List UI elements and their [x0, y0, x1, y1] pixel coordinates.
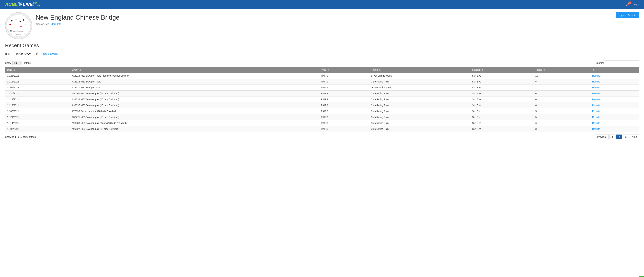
results-link[interactable]: Results — [592, 86, 600, 89]
results-link[interactable]: Results — [592, 116, 600, 118]
entries-select[interactable]: 10 25 50 100 — [12, 61, 22, 65]
results-link[interactable]: Results — [592, 110, 600, 113]
cell-action[interactable]: Results — [590, 114, 639, 120]
col-event[interactable]: Event ⇅ — [70, 67, 319, 73]
date-input[interactable] — [14, 51, 41, 57]
svg-text:♣: ♣ — [15, 17, 17, 20]
live-logo-text: LIVE — [23, 2, 33, 7]
table-row: 12/05/2021 #76933 Pairs open pair (18 br… — [5, 108, 639, 114]
cell-rating: Club Rating Point — [369, 91, 470, 96]
more-info-link[interactable]: (More Info) — [50, 22, 62, 25]
results-link[interactable]: Results — [592, 98, 600, 101]
cell-type: PAIRS — [319, 91, 369, 96]
cell-date: 12/12/2021 — [5, 102, 70, 108]
table-row: 01/09/2022 #13110 NECBA Open Pair PAIRS … — [5, 85, 639, 91]
results-link[interactable]: Results — [592, 104, 600, 107]
cell-event: #76933 Pairs open pair (18 brds 7min/brd… — [70, 108, 319, 114]
cell-event: #32638 NECBA open pair (18 brds 7min/brd… — [70, 96, 319, 102]
cell-date: 11/07/2021 — [5, 126, 70, 132]
cell-date: 11/14/2021 — [5, 120, 70, 126]
col-actions: ⇅ — [590, 67, 639, 73]
club-city: Weston, MA — [36, 22, 49, 25]
results-link[interactable]: Results — [592, 122, 600, 124]
cell-event: #13118 NECBA Open Pairs — [70, 79, 319, 85]
table-controls: Show 10 25 50 100 entries Search: — [5, 60, 639, 65]
cell-action[interactable]: Results — [590, 96, 639, 102]
cell-type: PAIRS — [319, 126, 369, 132]
cell-event: #13110 NECBA Open Pair — [70, 85, 319, 91]
cell-action[interactable]: Results — [590, 102, 639, 108]
cell-tables: 6 — [534, 91, 590, 96]
cell-date: 12/05/2021 — [5, 108, 70, 114]
cell-action[interactable]: Results — [590, 91, 639, 96]
pagination-controls: Previous 1 2 3 Next — [595, 135, 639, 139]
cell-tables: 6 — [534, 102, 590, 108]
show-entries-control: Show 10 25 50 100 entries — [5, 61, 30, 65]
table-row: 11/07/2021 #99927 NECBA open pair (18 br… — [5, 126, 639, 132]
cell-rating: Silver Linings Week — [369, 73, 470, 79]
results-link[interactable]: Results — [592, 92, 600, 95]
cell-session: Sun Eve — [470, 91, 534, 96]
search-input[interactable] — [605, 60, 639, 65]
cell-session: Sun Eve — [470, 85, 534, 91]
table-row: 11/14/2021 #99933 NECBA open pair blk pt… — [5, 120, 639, 126]
wifi-icon: 📡 — [18, 2, 22, 6]
cell-tables: 10 — [534, 73, 590, 79]
reset-search-button[interactable]: Reset Search — [43, 52, 58, 55]
main-content: ♠ ♣ ♠ ♣ ♥ ♦ ♦ ♥ ♠ ♣ ♠ 新英格兰华人桥牌协会 New Eng… — [0, 9, 644, 143]
previous-button[interactable]: Previous — [595, 135, 609, 139]
cell-rating: Club Rating Point — [369, 79, 470, 85]
col-session[interactable]: Session ⇅ — [470, 67, 534, 73]
cell-tables: 5 — [534, 108, 590, 114]
login-favorite-button[interactable]: Login to Favorite — [616, 12, 639, 18]
cell-date: 01/16/2022 — [5, 79, 70, 85]
table-row: 01/23/2022 #13216 NECBA Open Pairs (doub… — [5, 73, 639, 79]
cell-action[interactable]: Results — [590, 85, 639, 91]
cell-action[interactable]: Results — [590, 120, 639, 126]
page-1-button[interactable]: 1 — [609, 135, 616, 139]
svg-text:Association: Association — [16, 34, 21, 35]
cell-action[interactable]: Results — [590, 126, 639, 132]
col-type[interactable]: Type ⇅ — [319, 67, 369, 73]
for-clubs-text: FOR CLUBS — [33, 2, 40, 7]
club-header: ♠ ♣ ♠ ♣ ♥ ♦ ♦ ♥ ♠ ♣ ♠ 新英格兰华人桥牌协会 New Eng… — [5, 12, 639, 39]
table-header-row: Date ⇅ Event ⇅ Type ⇅ Rating ⇅ Session ⇅… — [5, 67, 639, 73]
date-filter: Date: Reset Search — [5, 51, 639, 57]
col-date[interactable]: Date ⇅ — [5, 67, 70, 73]
results-link[interactable]: Results — [592, 80, 600, 83]
showing-info: Showing 1 to 10 of 25 entries — [5, 136, 36, 138]
cell-action[interactable]: Results — [590, 108, 639, 114]
cell-type: PAIRS — [319, 108, 369, 114]
next-button[interactable]: Next — [630, 135, 639, 139]
cell-event: #99927 NECBA open pair (18 brds 7min/brd… — [70, 126, 319, 132]
cell-date: 01/23/2022 — [5, 73, 70, 79]
table-row: 11/21/2021 #36771 NECBA open pair (18 br… — [5, 114, 639, 120]
acbl-logo-text: ACBL — [5, 2, 18, 7]
cell-type: PAIRS — [319, 73, 369, 79]
cell-type: PAIRS — [319, 120, 369, 126]
login-link[interactable]: Login — [633, 3, 639, 6]
cell-type: PAIRS — [319, 79, 369, 85]
results-link[interactable]: Results — [592, 128, 600, 130]
cell-event: #36771 NECBA open pair (18 brds 7min/brd… — [70, 114, 319, 120]
col-tables[interactable]: Tables ⇅ — [534, 67, 590, 73]
search-area: Search: — [596, 60, 639, 65]
cell-action[interactable]: Results — [590, 79, 639, 85]
cell-rating: Online Junior Fund — [369, 85, 470, 91]
svg-text:♠: ♠ — [10, 29, 12, 32]
cell-session: Sun Eve — [470, 79, 534, 85]
svg-text:♦: ♦ — [24, 23, 26, 25]
cell-type: PAIRS — [319, 85, 369, 91]
cell-session: Sun Eve — [470, 126, 534, 132]
results-link[interactable]: Results — [592, 74, 600, 77]
cell-action[interactable]: Results — [590, 73, 639, 79]
cell-event: #90201 NECBA open pair (18 brds 7min/brd… — [70, 91, 319, 96]
notification-badge: 2 — [628, 1, 632, 4]
cell-event: #32637 NECBA open pair (18 brds 7min/brd… — [70, 102, 319, 108]
notification-bell[interactable]: 📣 2 — [626, 2, 630, 6]
cell-rating: Club Rating Point — [369, 114, 470, 120]
page-2-button[interactable]: 2 — [616, 135, 622, 139]
page-3-button[interactable]: 3 — [623, 135, 629, 139]
col-rating[interactable]: Rating ⇅ — [369, 67, 470, 73]
cell-date: 01/09/2022 — [5, 85, 70, 91]
